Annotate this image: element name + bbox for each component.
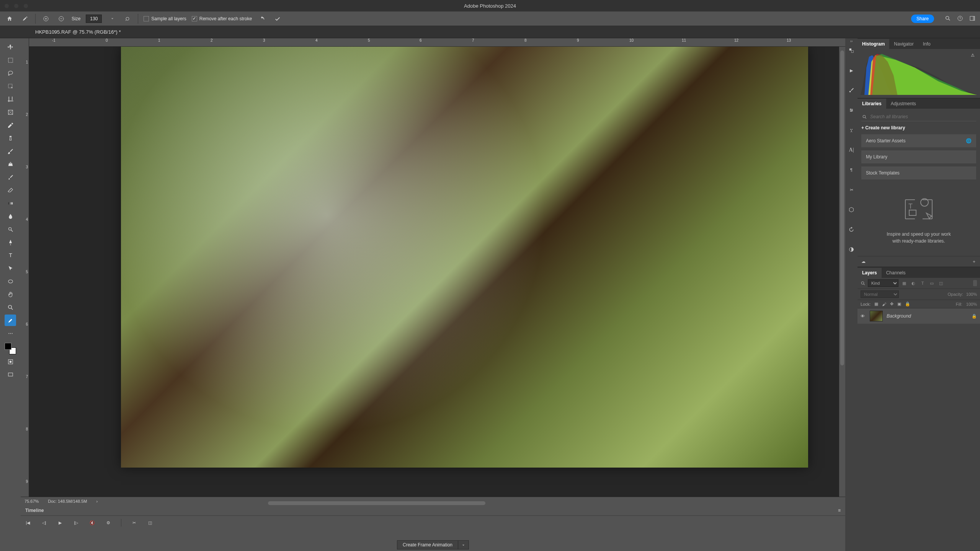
blend-mode-select[interactable]: Normal — [861, 290, 899, 298]
zoom-tool[interactable] — [5, 302, 16, 313]
doc-size[interactable]: Doc: 148.5M/148.5M — [48, 499, 87, 504]
libraries-search[interactable] — [861, 112, 976, 121]
type-tool[interactable]: T — [5, 249, 16, 261]
collapse-arrows-icon[interactable]: ›› — [850, 39, 853, 43]
tab-navigator[interactable]: Navigator — [889, 39, 918, 49]
histogram-warning-icon[interactable]: ⚠ — [971, 53, 975, 58]
tab-info[interactable]: Info — [918, 39, 935, 49]
filter-smart-icon[interactable]: ◫ — [938, 280, 944, 287]
visibility-toggle-icon[interactable]: 👁 — [861, 314, 866, 318]
first-frame-icon[interactable]: |◀ — [24, 519, 31, 526]
vertical-scrollbar[interactable] — [839, 47, 845, 497]
history-panel-icon[interactable] — [848, 226, 855, 233]
add-content-icon[interactable]: ＋ — [972, 259, 976, 264]
actions-panel-icon[interactable]: ▶ — [848, 67, 855, 74]
history-brush-tool[interactable] — [5, 171, 16, 183]
filter-type-icon[interactable]: T — [919, 280, 926, 287]
filter-toggle[interactable] — [973, 280, 977, 286]
ruler-vertical[interactable]: 1 2 3 4 5 6 7 8 9 — [21, 47, 29, 497]
lasso-tool[interactable] — [5, 67, 16, 79]
path-select-tool[interactable] — [5, 262, 16, 274]
brush-settings-icon[interactable] — [122, 14, 132, 24]
more-tools[interactable] — [5, 328, 16, 339]
animation-type-dropdown[interactable] — [458, 540, 469, 549]
filter-kind-select[interactable]: Kind — [868, 279, 898, 287]
healing-brush-tool[interactable] — [5, 132, 16, 144]
cloud-sync-icon[interactable]: ☁ — [861, 259, 866, 264]
undo-stroke-icon[interactable] — [257, 14, 267, 24]
zoom-level[interactable]: 75.67% — [24, 499, 39, 504]
screen-mode-icon[interactable] — [5, 369, 16, 380]
lock-artboard-icon[interactable]: ▣ — [897, 302, 901, 306]
transition-icon[interactable]: ◫ — [147, 519, 154, 526]
character-panel-icon[interactable]: A| — [848, 146, 855, 154]
lock-transparent-icon[interactable]: ▦ — [874, 302, 878, 306]
dodge-tool[interactable] — [5, 223, 16, 235]
clone-stamp-tool[interactable] — [5, 158, 16, 170]
split-icon[interactable]: ✂ — [131, 519, 137, 526]
color-swatches[interactable] — [5, 343, 16, 354]
frame-tool[interactable] — [5, 106, 16, 118]
status-flyout-icon[interactable]: › — [96, 499, 98, 504]
commit-icon[interactable] — [273, 14, 283, 24]
shape-tool[interactable] — [5, 276, 16, 287]
3d-panel-icon[interactable] — [848, 206, 855, 214]
ruler-horizontal[interactable]: -1 0 1 2 3 4 5 6 7 8 9 10 11 12 13 — [21, 38, 845, 47]
zoom-window[interactable] — [24, 4, 28, 8]
brush-subtract-icon[interactable] — [56, 14, 66, 24]
current-tool-icon[interactable] — [20, 14, 30, 24]
prev-frame-icon[interactable]: ◁| — [41, 519, 47, 526]
brush-add-icon[interactable] — [41, 14, 51, 24]
share-button[interactable]: Share — [911, 15, 934, 23]
create-new-library-button[interactable]: + Create new library — [861, 125, 976, 130]
move-tool[interactable] — [5, 41, 16, 53]
panel-menu-icon[interactable]: ≡ — [838, 508, 841, 513]
close-window[interactable] — [5, 4, 9, 8]
lock-pixels-icon[interactable]: 🖌 — [882, 302, 886, 306]
canvas-viewport[interactable] — [29, 47, 845, 497]
eraser-tool[interactable] — [5, 184, 16, 196]
horizontal-scrollbar[interactable] — [268, 501, 485, 505]
blur-tool[interactable] — [5, 210, 16, 222]
filter-pixel-icon[interactable]: ▦ — [901, 280, 908, 287]
size-input[interactable] — [86, 15, 102, 23]
gradient-tool[interactable] — [5, 197, 16, 209]
document-tab[interactable]: HKPB1095.RAF @ 75.7% (RGB/16*) * — [35, 29, 121, 35]
library-item-aero[interactable]: Aero Starter Assets🌐 — [861, 134, 976, 147]
sample-all-layers-option[interactable]: Sample all layers — [144, 16, 186, 21]
eyedropper-tool[interactable] — [5, 119, 16, 131]
hand-tool[interactable] — [5, 289, 16, 300]
crop-tool[interactable] — [5, 93, 16, 105]
clone-source-panel-icon[interactable] — [848, 126, 855, 134]
settings-icon[interactable]: ⚙ — [105, 519, 112, 526]
mute-icon[interactable]: 🔇 — [89, 519, 96, 526]
tab-layers[interactable]: Layers — [858, 268, 882, 278]
properties-panel-icon[interactable] — [848, 246, 855, 253]
library-item-my[interactable]: My Library — [861, 150, 976, 163]
search-icon[interactable] — [945, 15, 951, 22]
lock-all-icon[interactable]: 🔒 — [905, 302, 910, 306]
lock-position-icon[interactable]: ✥ — [890, 302, 893, 306]
tab-histogram[interactable]: Histogram — [858, 39, 889, 49]
color-panel-icon[interactable] — [848, 47, 855, 54]
pen-tool[interactable] — [5, 236, 16, 248]
brushes-panel-icon[interactable] — [848, 86, 855, 94]
tab-adjustments[interactable]: Adjustments — [886, 99, 921, 109]
quick-mask-icon[interactable] — [5, 356, 16, 367]
brush-settings-panel-icon[interactable] — [848, 106, 855, 114]
paragraph-panel-icon[interactable]: ¶ — [848, 166, 855, 174]
filter-adjust-icon[interactable]: ◐ — [910, 280, 917, 287]
help-icon[interactable]: ? — [957, 15, 963, 22]
create-frame-animation-button[interactable]: Create Frame Animation — [397, 540, 458, 549]
modifiers-panel-icon[interactable]: ✂ — [848, 186, 855, 194]
workspace-icon[interactable] — [969, 15, 975, 22]
size-dropdown[interactable] — [107, 14, 117, 24]
edit-toolbar[interactable] — [5, 315, 16, 326]
remove-after-stroke-option[interactable]: Remove after each stroke — [192, 16, 252, 21]
tab-channels[interactable]: Channels — [882, 268, 910, 278]
marquee-tool[interactable] — [5, 54, 16, 66]
layer-thumbnail[interactable] — [870, 311, 883, 321]
library-item-stock[interactable]: Stock Templates — [861, 166, 976, 179]
brush-tool[interactable] — [5, 145, 16, 157]
next-frame-icon[interactable]: |▷ — [73, 519, 80, 526]
